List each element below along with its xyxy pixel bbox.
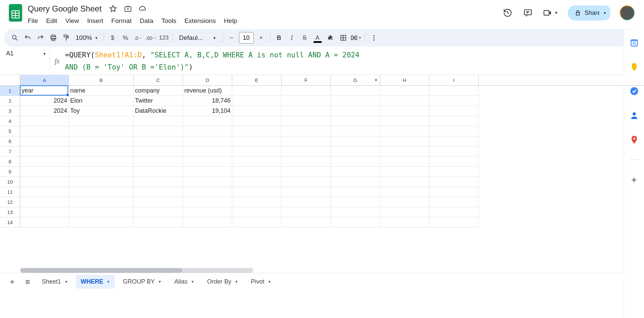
- row-header-12[interactable]: 12: [0, 197, 20, 207]
- cell-A2[interactable]: 2024: [20, 96, 69, 106]
- cell[interactable]: [20, 187, 69, 197]
- cloud-saved-icon[interactable]: [137, 3, 148, 14]
- col-header-F[interactable]: F: [281, 75, 331, 85]
- all-sheets-icon[interactable]: ≡: [22, 276, 34, 288]
- sheet-tab-sheet1[interactable]: Sheet1▼: [37, 275, 73, 289]
- cell[interactable]: [69, 136, 134, 147]
- col-header-A[interactable]: A: [20, 75, 69, 85]
- cell[interactable]: [281, 106, 331, 116]
- italic-icon[interactable]: I: [286, 32, 298, 44]
- cell[interactable]: [281, 157, 331, 167]
- increase-decimal-icon[interactable]: .00→: [145, 32, 157, 44]
- cell[interactable]: [69, 207, 134, 217]
- row-header-5[interactable]: 5: [0, 126, 20, 136]
- cell-D1[interactable]: revenue (usd): [183, 86, 232, 96]
- cell[interactable]: [429, 116, 479, 126]
- chevron-down-icon[interactable]: ▼: [235, 280, 238, 284]
- cell[interactable]: [20, 126, 69, 136]
- cell[interactable]: [183, 207, 232, 217]
- cell[interactable]: [281, 116, 331, 126]
- history-icon[interactable]: [502, 7, 513, 18]
- cell[interactable]: [380, 86, 429, 96]
- cell[interactable]: [429, 217, 479, 228]
- cell[interactable]: [134, 197, 183, 207]
- chevron-down-icon[interactable]: ▼: [268, 280, 271, 284]
- percent-icon[interactable]: %: [119, 32, 132, 44]
- cell[interactable]: [232, 126, 281, 136]
- sheet-tab-alias[interactable]: Alias▼: [169, 275, 199, 289]
- comments-icon[interactable]: [522, 7, 533, 18]
- row-header-10[interactable]: 10: [0, 177, 20, 187]
- cell[interactable]: [331, 217, 380, 228]
- add-sheet-icon[interactable]: +: [6, 276, 18, 288]
- increase-font-icon[interactable]: +: [255, 32, 267, 44]
- undo-icon[interactable]: [22, 32, 34, 44]
- redo-icon[interactable]: [34, 32, 47, 44]
- cell[interactable]: [380, 197, 429, 207]
- cell[interactable]: [134, 157, 183, 167]
- cell[interactable]: [20, 207, 69, 217]
- row-header-1[interactable]: 1: [0, 86, 20, 96]
- cell[interactable]: [183, 136, 232, 147]
- cell[interactable]: [69, 126, 134, 136]
- cell[interactable]: [429, 177, 479, 187]
- meet-button[interactable]: ▼: [543, 8, 558, 18]
- cell[interactable]: [134, 217, 183, 228]
- row-header-9[interactable]: 9: [0, 167, 20, 177]
- cell-C3[interactable]: DataRockie: [134, 106, 183, 116]
- cell[interactable]: [134, 187, 183, 197]
- spreadsheet-grid[interactable]: A B C D E F G▼ H I 1 2 3 4 5 6 7 8 9 10 …: [0, 75, 644, 273]
- cell[interactable]: [134, 147, 183, 157]
- cell[interactable]: [69, 187, 134, 197]
- move-icon[interactable]: [123, 3, 133, 14]
- col-header-H[interactable]: H: [380, 75, 429, 85]
- keep-icon[interactable]: [629, 62, 639, 72]
- cell[interactable]: [232, 197, 281, 207]
- col-header-D[interactable]: D: [183, 75, 232, 85]
- fill-color-icon[interactable]: [324, 32, 337, 44]
- cell[interactable]: [429, 167, 479, 177]
- column-headers[interactable]: A B C D E F G▼ H I: [20, 75, 644, 86]
- scrollbar-thumb[interactable]: [20, 268, 182, 273]
- cell[interactable]: [380, 136, 429, 147]
- col-header-G[interactable]: G▼: [331, 75, 380, 85]
- menu-view[interactable]: View: [62, 16, 82, 26]
- row-header-13[interactable]: 13: [0, 207, 20, 217]
- share-dropdown[interactable]: ▼: [599, 5, 610, 20]
- decrease-decimal-icon[interactable]: .0←: [132, 32, 144, 44]
- sheet-tab-where[interactable]: WHERE▼: [76, 275, 115, 289]
- search-menus-icon[interactable]: [9, 32, 21, 44]
- cell[interactable]: [429, 136, 479, 147]
- cell-B3[interactable]: Toy: [69, 106, 134, 116]
- paint-format-icon[interactable]: [60, 32, 72, 44]
- cell[interactable]: [331, 106, 380, 116]
- cell-A3[interactable]: 2024: [20, 106, 69, 116]
- decrease-font-icon[interactable]: −: [225, 32, 238, 44]
- sheet-tab-groupby[interactable]: GROUP BY▼: [118, 275, 166, 289]
- cell-D2[interactable]: 18,746: [183, 96, 232, 106]
- cell[interactable]: [281, 207, 331, 217]
- horizontal-scrollbar[interactable]: [20, 268, 253, 273]
- chevron-down-icon[interactable]: ▼: [64, 280, 68, 284]
- cell[interactable]: [281, 96, 331, 106]
- cell[interactable]: [183, 157, 232, 167]
- menu-insert[interactable]: Insert: [84, 16, 107, 26]
- cell[interactable]: [69, 147, 134, 157]
- cell[interactable]: [232, 177, 281, 187]
- chevron-down-icon[interactable]: ▼: [158, 280, 162, 284]
- menu-tools[interactable]: Tools: [158, 16, 180, 26]
- cell[interactable]: [429, 157, 479, 167]
- cell[interactable]: [20, 136, 69, 147]
- row-header-7[interactable]: 7: [0, 147, 20, 157]
- cell[interactable]: [281, 86, 331, 96]
- contacts-icon[interactable]: [629, 111, 639, 120]
- cell[interactable]: [380, 126, 429, 136]
- account-avatar[interactable]: [620, 5, 635, 20]
- bold-icon[interactable]: B: [273, 32, 285, 44]
- cell[interactable]: [380, 207, 429, 217]
- cell[interactable]: [429, 126, 479, 136]
- cell[interactable]: [380, 177, 429, 187]
- col-header-B[interactable]: B: [69, 75, 134, 85]
- cell[interactable]: [281, 136, 331, 147]
- cell[interactable]: [232, 207, 281, 217]
